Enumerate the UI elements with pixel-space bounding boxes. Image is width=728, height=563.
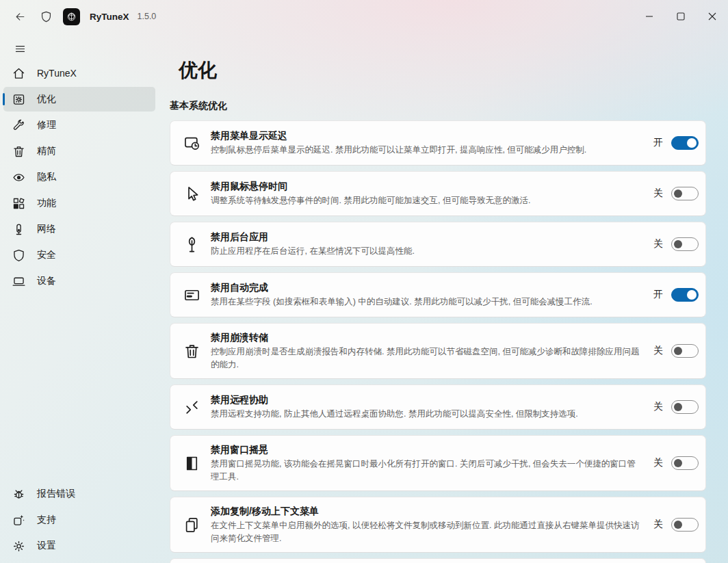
main-content: 优化 基本系统优化 禁用菜单显示延迟 控制鼠标悬停后菜单显示的延迟. 禁用此功能… xyxy=(159,33,728,563)
mouse-cursor-icon xyxy=(183,185,201,203)
sidebar-nav-list: RyTuneX 优化 修理 精简 隐私 xyxy=(0,60,159,295)
card-title: 禁用菜单显示延迟 xyxy=(211,129,644,142)
toggle-switch[interactable] xyxy=(671,237,699,251)
wrench-icon xyxy=(12,118,26,133)
sidebar-item-label: 精简 xyxy=(37,145,56,157)
sidebar-item-label: 设备 xyxy=(37,275,56,287)
sidebar-item-home[interactable]: RyTuneX xyxy=(3,61,155,86)
card-description: 调整系统等待触发悬停事件的时间. 禁用此功能可能加速交互, 但可能导致无意的激活… xyxy=(211,194,642,207)
close-icon[interactable] xyxy=(697,0,728,33)
setting-card-remote-assistance: 禁用远程协助 禁用远程支持功能, 防止其他人通过远程桌面协助您. 禁用此功能可以… xyxy=(170,384,706,430)
sidebar-item-features[interactable]: 功能 xyxy=(3,191,155,215)
sidebar-item-label: 安全 xyxy=(37,249,56,261)
copy-pages-icon xyxy=(183,516,201,534)
setting-card-menu-delay: 禁用菜单显示延迟 控制鼠标悬停后菜单显示的延迟. 禁用此功能可以让菜单立即打开,… xyxy=(170,120,706,166)
window-controls xyxy=(634,0,728,33)
card-description: 在文件上下文菜单中启用额外的选项, 以便轻松将文件复制或移动到新位置. 此功能通… xyxy=(211,519,642,545)
card-title: 禁用窗口摇晃 xyxy=(211,443,644,456)
toggle-state-label: 关 xyxy=(653,519,663,531)
toggle-switch[interactable] xyxy=(671,400,699,414)
titlebar: RyTuneX 1.5.0 xyxy=(0,0,728,33)
shield-icon xyxy=(40,10,53,23)
sidebar-item-support[interactable]: 支持 xyxy=(3,508,155,532)
sidebar-footer: 报告错误 支持 设置 xyxy=(0,480,159,560)
toggle-switch[interactable] xyxy=(671,344,699,358)
eye-icon xyxy=(12,170,26,185)
maximize-icon[interactable] xyxy=(665,0,697,33)
sidebar-item-network[interactable]: 网络 xyxy=(3,217,155,241)
remote-chevrons-icon xyxy=(183,398,201,417)
sidebar-item-label: 优化 xyxy=(37,93,56,105)
setting-card-autocomplete: 禁用自动完成 禁用在某些字段 (如搜索框和表单输入) 中的自动建议. 禁用此功能… xyxy=(170,272,706,317)
sidebar-item-repair[interactable]: 修理 xyxy=(3,113,155,138)
shield-icon xyxy=(12,248,26,263)
card-description: 控制应用崩溃时是否生成崩溃报告和内存转储. 禁用此功能可以节省磁盘空间, 但可能… xyxy=(211,345,642,371)
sidebar-item-label: 网络 xyxy=(37,223,56,235)
card-title: 禁用远程协助 xyxy=(211,393,644,406)
support-sparkle-icon xyxy=(12,513,26,527)
home-icon xyxy=(12,66,26,81)
sidebar-item-debloat[interactable]: 精简 xyxy=(3,139,155,163)
sidebar-item-report-bug[interactable]: 报告错误 xyxy=(3,482,155,506)
sidebar-item-settings[interactable]: 设置 xyxy=(3,534,155,558)
toggle-switch[interactable] xyxy=(671,187,699,200)
sidebar-item-label: 设置 xyxy=(37,540,56,552)
back-arrow-icon[interactable] xyxy=(10,6,30,27)
sidebar-item-label: 修理 xyxy=(37,119,56,131)
page-title: 优化 xyxy=(179,57,728,83)
sidebar-item-devices[interactable]: 设备 xyxy=(3,269,155,293)
card-title: 禁用后台应用 xyxy=(211,231,644,243)
network-icon xyxy=(12,222,26,237)
laptop-icon xyxy=(12,274,26,289)
setting-card-copy-move-context-menu: 添加复制/移动上下文菜单 在文件上下文菜单中启用额外的选项, 以便轻松将文件复制… xyxy=(170,497,706,553)
app-version: 1.5.0 xyxy=(138,12,157,21)
bug-icon xyxy=(12,487,26,501)
section-title: 基本系统优化 xyxy=(170,100,706,112)
toggle-state-label: 关 xyxy=(653,238,663,250)
settings-gear-icon xyxy=(12,539,26,553)
card-description: 控制鼠标悬停后菜单显示的延迟. 禁用此功能可以让菜单立即打开, 提高响应性, 但… xyxy=(211,144,642,157)
sidebar-item-optimize[interactable]: 优化 xyxy=(3,87,155,112)
card-description: 禁用窗口摇晃功能, 该功能会在摇晃窗口时最小化所有打开的窗口. 关闭后可减少干扰… xyxy=(211,458,642,484)
toggle-switch[interactable] xyxy=(671,456,699,470)
app-logo xyxy=(63,8,80,25)
card-description: 禁用远程支持功能, 防止其他人通过远程桌面协助您. 禁用此功能可以提高安全性, … xyxy=(211,408,642,421)
toggle-state-label: 关 xyxy=(653,457,663,469)
card-description: 防止应用程序在后台运行, 在某些情况下可以提高性能. xyxy=(211,245,642,258)
toggle-switch[interactable] xyxy=(671,288,699,302)
app-title: RyTuneX xyxy=(90,12,129,22)
toggle-state-label: 开 xyxy=(653,289,663,301)
form-autofill-icon xyxy=(183,286,201,304)
toggle-state-label: 关 xyxy=(653,187,663,200)
minimize-icon[interactable] xyxy=(634,0,665,33)
card-description: 禁用在某些字段 (如搜索框和表单输入) 中的自动建议. 禁用此功能可以减少干扰,… xyxy=(211,296,642,309)
sidebar-item-security[interactable]: 安全 xyxy=(3,243,155,267)
sidebar-item-label: 支持 xyxy=(37,514,56,526)
sidebar-item-privacy[interactable]: 隐私 xyxy=(3,165,155,189)
card-title: 添加复制/移动上下文菜单 xyxy=(211,505,644,517)
window-shake-icon xyxy=(183,454,201,473)
trash-icon xyxy=(183,342,201,361)
setting-card-window-shake: 禁用窗口摇晃 禁用窗口摇晃功能, 该功能会在摇晃窗口时最小化所有打开的窗口. 关… xyxy=(170,435,706,491)
setting-card-hover-time: 禁用鼠标悬停时间 调整系统等待触发悬停事件的时间. 禁用此功能可能加速交互, 但… xyxy=(170,171,706,216)
card-title: 禁用鼠标悬停时间 xyxy=(211,180,644,192)
menu-delay-clock-icon xyxy=(183,134,201,153)
sidebar-item-label: 功能 xyxy=(37,197,56,209)
card-title: 禁用自动完成 xyxy=(211,281,644,293)
card-title: 禁用崩溃转储 xyxy=(211,331,644,343)
leaf-icon xyxy=(183,235,201,254)
setting-card-partial xyxy=(170,558,706,563)
trash-icon xyxy=(12,144,26,159)
sidebar: RyTuneX 优化 修理 精简 隐私 xyxy=(0,33,159,563)
toggle-switch[interactable] xyxy=(671,518,699,532)
setting-card-crash-dumps: 禁用崩溃转储 控制应用崩溃时是否生成崩溃报告和内存转储. 禁用此功能可以节省磁盘… xyxy=(170,323,706,379)
features-grid-icon xyxy=(12,196,26,211)
optimize-window-gear-icon xyxy=(12,92,26,107)
sidebar-item-label: 隐私 xyxy=(37,171,56,183)
setting-card-background-apps: 禁用后台应用 防止应用程序在后台运行, 在某些情况下可以提高性能. 关 xyxy=(170,222,706,267)
toggle-state-label: 关 xyxy=(653,345,663,357)
sidebar-item-label: RyTuneX xyxy=(37,68,77,79)
toggle-state-label: 关 xyxy=(653,401,663,413)
sidebar-item-label: 报告错误 xyxy=(37,488,75,500)
toggle-switch[interactable] xyxy=(671,136,699,150)
